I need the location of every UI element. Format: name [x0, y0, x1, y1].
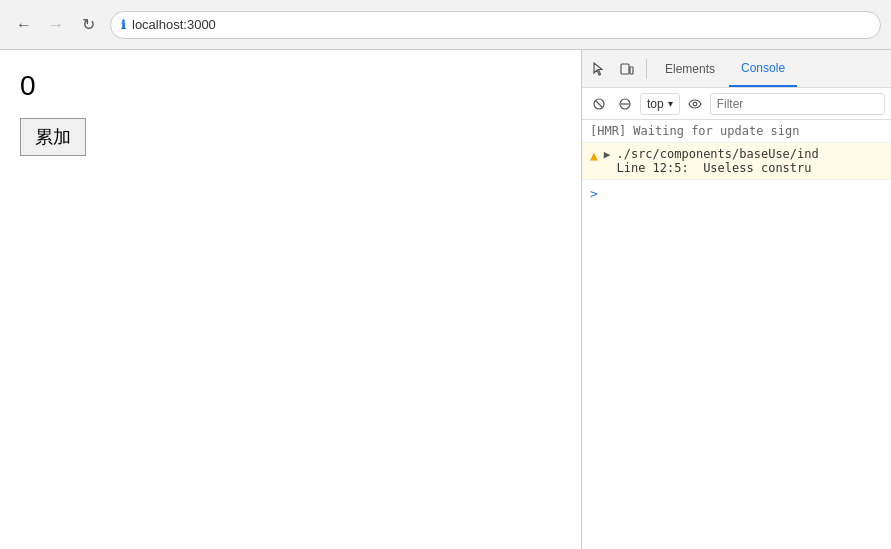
prompt-chevron: >: [590, 186, 598, 201]
browser-chrome: ← → ↻ ℹ localhost:3000: [0, 0, 891, 50]
console-prompt-line[interactable]: >: [582, 180, 891, 207]
address-text: localhost:3000: [132, 17, 216, 32]
console-line-hmr: [HMR] Waiting for update sign: [582, 120, 891, 143]
info-icon: ℹ: [121, 18, 126, 32]
hmr-text: [HMR] Waiting for update sign: [590, 124, 883, 138]
tab-elements[interactable]: Elements: [653, 50, 727, 87]
context-dropdown-label: top: [647, 97, 664, 111]
counter-value: 0: [20, 70, 561, 102]
forward-button[interactable]: →: [42, 11, 70, 39]
live-expressions-button[interactable]: [684, 93, 706, 115]
inspector-button[interactable]: [586, 56, 612, 82]
warning-line2: Line 12:5: Useless constru: [616, 161, 883, 175]
console-toolbar: top ▾: [582, 88, 891, 120]
devtools-top-toolbar: Elements Console: [582, 50, 891, 88]
reload-button[interactable]: ↻: [74, 11, 102, 39]
filter-errors-button[interactable]: [614, 93, 636, 115]
warning-icon: ▲: [590, 148, 598, 163]
svg-marker-0: [594, 63, 602, 75]
expand-arrow[interactable]: ▶: [604, 148, 611, 161]
console-filter-input[interactable]: [710, 93, 885, 115]
main-area: 0 累加 Elements: [0, 50, 891, 549]
device-toggle-button[interactable]: [614, 56, 640, 82]
address-bar[interactable]: ℹ localhost:3000: [110, 11, 881, 39]
warning-text: ./src/components/baseUse/ind Line 12:5: …: [616, 147, 883, 175]
devtools-panel: Elements Console: [581, 50, 891, 549]
svg-rect-1: [621, 64, 629, 74]
toolbar-separator: [646, 59, 647, 79]
svg-line-4: [596, 101, 602, 107]
svg-rect-2: [630, 67, 633, 74]
console-line-warning[interactable]: ▲ ▶ ./src/components/baseUse/ind Line 12…: [582, 143, 891, 180]
console-output: [HMR] Waiting for update sign ▲ ▶ ./src/…: [582, 120, 891, 549]
chevron-down-icon: ▾: [668, 98, 673, 109]
svg-point-7: [693, 102, 697, 106]
back-button[interactable]: ←: [10, 11, 38, 39]
accumulate-button[interactable]: 累加: [20, 118, 86, 156]
page-content: 0 累加: [0, 50, 581, 549]
context-dropdown[interactable]: top ▾: [640, 93, 680, 115]
warning-line1: ./src/components/baseUse/ind: [616, 147, 883, 161]
nav-buttons: ← → ↻: [10, 11, 102, 39]
clear-console-button[interactable]: [588, 93, 610, 115]
tab-console[interactable]: Console: [729, 50, 797, 87]
